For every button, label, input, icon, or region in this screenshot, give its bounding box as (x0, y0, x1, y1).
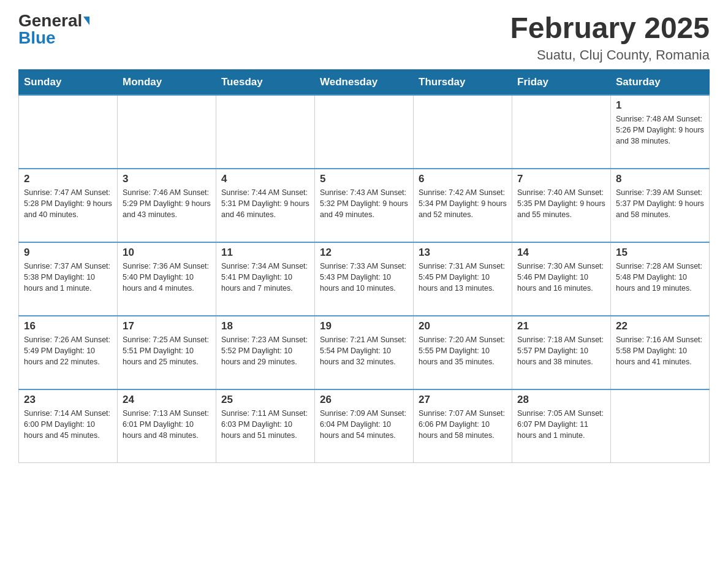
day-info: Sunrise: 7:07 AM Sunset: 6:06 PM Dayligh… (419, 408, 507, 441)
calendar-cell: 15Sunrise: 7:28 AM Sunset: 5:48 PM Dayli… (611, 242, 710, 316)
day-info: Sunrise: 7:39 AM Sunset: 5:37 PM Dayligh… (616, 187, 704, 220)
calendar-cell: 11Sunrise: 7:34 AM Sunset: 5:41 PM Dayli… (216, 242, 315, 316)
day-info: Sunrise: 7:47 AM Sunset: 5:28 PM Dayligh… (24, 187, 112, 220)
day-info: Sunrise: 7:46 AM Sunset: 5:29 PM Dayligh… (123, 187, 211, 220)
calendar-week-row: 16Sunrise: 7:26 AM Sunset: 5:49 PM Dayli… (19, 316, 710, 389)
calendar-cell: 27Sunrise: 7:07 AM Sunset: 6:06 PM Dayli… (414, 389, 512, 463)
day-info: Sunrise: 7:30 AM Sunset: 5:46 PM Dayligh… (517, 261, 605, 294)
day-number: 17 (123, 320, 211, 332)
month-title: February 2025 (510, 12, 710, 45)
calendar-day-header: Thursday (414, 69, 512, 95)
calendar-cell (512, 95, 611, 169)
calendar-cell (611, 389, 710, 463)
calendar-cell: 7Sunrise: 7:40 AM Sunset: 5:35 PM Daylig… (512, 169, 611, 242)
day-info: Sunrise: 7:43 AM Sunset: 5:32 PM Dayligh… (320, 187, 408, 220)
title-area: February 2025 Suatu, Cluj County, Romani… (510, 12, 710, 63)
calendar-cell: 1Sunrise: 7:48 AM Sunset: 5:26 PM Daylig… (611, 95, 710, 169)
page-header: General Blue February 2025 Suatu, Cluj C… (18, 12, 710, 63)
day-number: 12 (320, 247, 408, 259)
calendar-cell: 18Sunrise: 7:23 AM Sunset: 5:52 PM Dayli… (216, 316, 315, 389)
logo-arrow-icon (83, 17, 89, 25)
day-number: 13 (419, 247, 507, 259)
day-number: 20 (419, 320, 507, 332)
day-number: 14 (517, 247, 605, 259)
calendar-week-row: 2Sunrise: 7:47 AM Sunset: 5:28 PM Daylig… (19, 169, 710, 242)
day-number: 4 (221, 173, 309, 185)
calendar-cell: 4Sunrise: 7:44 AM Sunset: 5:31 PM Daylig… (216, 169, 315, 242)
calendar-day-header: Monday (118, 69, 216, 95)
day-info: Sunrise: 7:25 AM Sunset: 5:51 PM Dayligh… (123, 334, 211, 367)
day-info: Sunrise: 7:23 AM Sunset: 5:52 PM Dayligh… (221, 334, 309, 367)
day-number: 8 (616, 173, 704, 185)
calendar-cell (118, 95, 216, 169)
calendar-day-header: Wednesday (315, 69, 414, 95)
day-info: Sunrise: 7:16 AM Sunset: 5:58 PM Dayligh… (616, 334, 704, 367)
day-number: 9 (24, 247, 112, 259)
day-info: Sunrise: 7:14 AM Sunset: 6:00 PM Dayligh… (24, 408, 112, 441)
day-info: Sunrise: 7:33 AM Sunset: 5:43 PM Dayligh… (320, 261, 408, 294)
day-number: 1 (616, 99, 704, 112)
calendar-cell: 8Sunrise: 7:39 AM Sunset: 5:37 PM Daylig… (611, 169, 710, 242)
day-info: Sunrise: 7:26 AM Sunset: 5:49 PM Dayligh… (24, 334, 112, 367)
day-info: Sunrise: 7:44 AM Sunset: 5:31 PM Dayligh… (221, 187, 309, 220)
day-number: 3 (123, 173, 211, 185)
calendar-cell (19, 95, 118, 169)
calendar-cell (315, 95, 414, 169)
day-number: 18 (221, 320, 309, 332)
day-number: 26 (320, 394, 408, 406)
logo: General Blue (18, 12, 89, 47)
day-number: 2 (24, 173, 112, 185)
day-number: 6 (419, 173, 507, 185)
day-number: 22 (616, 320, 704, 332)
calendar-cell: 5Sunrise: 7:43 AM Sunset: 5:32 PM Daylig… (315, 169, 414, 242)
logo-general: General (18, 12, 82, 29)
calendar-cell: 24Sunrise: 7:13 AM Sunset: 6:01 PM Dayli… (118, 389, 216, 463)
calendar-week-row: 23Sunrise: 7:14 AM Sunset: 6:00 PM Dayli… (19, 389, 710, 463)
day-info: Sunrise: 7:31 AM Sunset: 5:45 PM Dayligh… (419, 261, 507, 294)
calendar-cell: 10Sunrise: 7:36 AM Sunset: 5:40 PM Dayli… (118, 242, 216, 316)
day-info: Sunrise: 7:20 AM Sunset: 5:55 PM Dayligh… (419, 334, 507, 367)
calendar-week-row: 9Sunrise: 7:37 AM Sunset: 5:38 PM Daylig… (19, 242, 710, 316)
calendar-day-header: Tuesday (216, 69, 315, 95)
day-info: Sunrise: 7:48 AM Sunset: 5:26 PM Dayligh… (616, 113, 704, 147)
logo-blue: Blue (18, 29, 56, 47)
day-number: 25 (221, 394, 309, 406)
day-info: Sunrise: 7:09 AM Sunset: 6:04 PM Dayligh… (320, 408, 408, 441)
calendar-cell: 28Sunrise: 7:05 AM Sunset: 6:07 PM Dayli… (512, 389, 611, 463)
day-number: 27 (419, 394, 507, 406)
day-number: 21 (517, 320, 605, 332)
calendar-cell: 14Sunrise: 7:30 AM Sunset: 5:46 PM Dayli… (512, 242, 611, 316)
calendar-cell: 13Sunrise: 7:31 AM Sunset: 5:45 PM Dayli… (414, 242, 512, 316)
day-info: Sunrise: 7:13 AM Sunset: 6:01 PM Dayligh… (123, 408, 211, 441)
day-info: Sunrise: 7:40 AM Sunset: 5:35 PM Dayligh… (517, 187, 605, 220)
calendar-day-header: Saturday (611, 69, 710, 95)
day-info: Sunrise: 7:34 AM Sunset: 5:41 PM Dayligh… (221, 261, 309, 294)
day-number: 11 (221, 247, 309, 259)
calendar-day-header: Sunday (19, 69, 118, 95)
calendar-header-row: SundayMondayTuesdayWednesdayThursdayFrid… (19, 69, 710, 95)
day-number: 16 (24, 320, 112, 332)
day-number: 24 (123, 394, 211, 406)
calendar-cell: 12Sunrise: 7:33 AM Sunset: 5:43 PM Dayli… (315, 242, 414, 316)
calendar-cell: 23Sunrise: 7:14 AM Sunset: 6:00 PM Dayli… (19, 389, 118, 463)
calendar-cell (216, 95, 315, 169)
day-info: Sunrise: 7:36 AM Sunset: 5:40 PM Dayligh… (123, 261, 211, 294)
calendar-cell (414, 95, 512, 169)
calendar-table: SundayMondayTuesdayWednesdayThursdayFrid… (18, 69, 710, 464)
day-info: Sunrise: 7:18 AM Sunset: 5:57 PM Dayligh… (517, 334, 605, 367)
day-info: Sunrise: 7:28 AM Sunset: 5:48 PM Dayligh… (616, 261, 704, 294)
calendar-cell: 6Sunrise: 7:42 AM Sunset: 5:34 PM Daylig… (414, 169, 512, 242)
day-number: 10 (123, 247, 211, 259)
calendar-cell: 2Sunrise: 7:47 AM Sunset: 5:28 PM Daylig… (19, 169, 118, 242)
day-number: 5 (320, 173, 408, 185)
calendar-cell: 25Sunrise: 7:11 AM Sunset: 6:03 PM Dayli… (216, 389, 315, 463)
calendar-cell: 20Sunrise: 7:20 AM Sunset: 5:55 PM Dayli… (414, 316, 512, 389)
calendar-cell: 3Sunrise: 7:46 AM Sunset: 5:29 PM Daylig… (118, 169, 216, 242)
calendar-cell: 19Sunrise: 7:21 AM Sunset: 5:54 PM Dayli… (315, 316, 414, 389)
day-number: 28 (517, 394, 605, 406)
calendar-cell: 26Sunrise: 7:09 AM Sunset: 6:04 PM Dayli… (315, 389, 414, 463)
day-info: Sunrise: 7:05 AM Sunset: 6:07 PM Dayligh… (517, 408, 605, 441)
calendar-cell: 21Sunrise: 7:18 AM Sunset: 5:57 PM Dayli… (512, 316, 611, 389)
calendar-week-row: 1Sunrise: 7:48 AM Sunset: 5:26 PM Daylig… (19, 95, 710, 169)
day-number: 7 (517, 173, 605, 185)
